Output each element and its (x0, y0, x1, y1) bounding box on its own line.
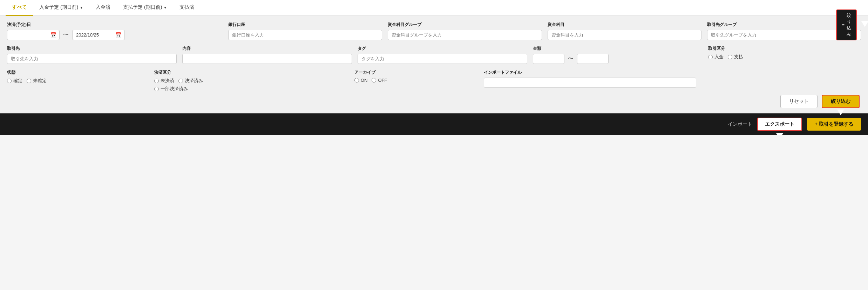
cursor-arrow-top (861, 21, 868, 27)
bank-account-group: 銀行口座 (228, 22, 382, 40)
settlement-type-group: 決済区分 未決済 決済済み 一部決済済み (154, 70, 349, 92)
date-range: 📅 〜 📅 (7, 30, 223, 40)
status-group: 状態 確定 未確定 (7, 70, 149, 84)
settlement-date-label: 決済(予定)日 (7, 22, 223, 28)
filter-icon: ≡ (842, 22, 845, 28)
settlement-type-row2: 一部決済済み (154, 86, 349, 92)
settlement-unsettled-label: 未決済 (161, 78, 174, 84)
filter-panel: 決済(予定)日 📅 〜 📅 銀行口座 資金科目グループ 資金科目 (0, 15, 868, 113)
export-button[interactable]: エクスポート (757, 118, 802, 131)
content-input[interactable] (182, 54, 352, 64)
content-label: 内容 (182, 46, 352, 52)
chevron-icon: ▼ (80, 6, 83, 9)
register-button[interactable]: + 取引を登録する (807, 118, 861, 131)
fund-category-group-input[interactable] (388, 30, 542, 40)
date-to-wrap: 📅 (72, 30, 125, 40)
tab-payment-scheduled[interactable]: 支払予定 (期日前)▼ (117, 0, 173, 16)
fund-category-group-label: 資金科目グループ (388, 22, 542, 28)
tag-group: タグ (358, 46, 527, 64)
trading-partner-group: 取引先 (7, 46, 177, 64)
transaction-type-radio-group: 入金 支払 (708, 54, 861, 60)
archive-radio-group: ON OFF (354, 78, 478, 83)
cursor-arrow-export (776, 133, 784, 135)
amount-tilde: 〜 (567, 55, 575, 62)
settlement-settled-label: 決済済み (185, 78, 203, 84)
transaction-type-payment-option[interactable]: 支払 (728, 54, 743, 60)
settlement-partial-radio[interactable] (154, 87, 159, 91)
date-from-input[interactable] (7, 30, 60, 40)
trading-partner-label: 取引先 (7, 46, 177, 52)
tab-bar: すべて 入金予定 (期日前)▼ 入金済 支払予定 (期日前)▼ 支払済 ≡ 絞り… (0, 0, 868, 15)
transaction-type-group: 取引区分 入金 支払 (708, 46, 861, 60)
fund-category-group: 資金科目 (548, 22, 701, 40)
archive-off-option[interactable]: OFF (372, 78, 387, 83)
tag-input[interactable] (358, 54, 527, 64)
filter-button[interactable]: 絞り込む (822, 95, 860, 108)
cursor-arrow-filter (837, 110, 844, 115)
import-file-group: インポートファイル (484, 70, 696, 88)
settlement-unsettled-option[interactable]: 未決済 (154, 78, 174, 84)
settlement-type-label: 決済区分 (154, 70, 349, 75)
amount-to-input[interactable] (577, 54, 609, 64)
settlement-partial-option[interactable]: 一部決済済み (154, 86, 188, 92)
bank-account-label: 銀行口座 (228, 22, 382, 28)
transaction-type-payment-radio[interactable] (728, 55, 732, 59)
bank-account-input[interactable] (228, 30, 382, 40)
filter-row-3: 状態 確定 未確定 決済区分 未決済 (7, 70, 861, 92)
export-button-wrap: エクスポート (757, 118, 802, 131)
fund-category-group-group: 資金科目グループ (388, 22, 542, 40)
trading-partner-input[interactable] (7, 54, 177, 64)
settlement-settled-option[interactable]: 決済済み (178, 78, 203, 84)
settlement-type-row1: 未決済 決済済み (154, 78, 349, 84)
status-confirmed-label: 確定 (13, 78, 22, 84)
fund-category-label: 資金科目 (548, 22, 701, 28)
reset-button[interactable]: リセット (780, 95, 818, 108)
amount-from-input[interactable] (533, 54, 564, 64)
content-group: 内容 (182, 46, 352, 64)
tilde-separator: 〜 (62, 31, 70, 39)
status-confirmed-option[interactable]: 確定 (7, 78, 22, 84)
settlement-settled-radio[interactable] (178, 79, 183, 83)
archive-on-option[interactable]: ON (354, 78, 368, 83)
filter-toggle-button[interactable]: ≡ 絞り込み (836, 9, 857, 40)
settlement-date-group: 決済(予定)日 📅 〜 📅 (7, 22, 223, 40)
transaction-type-deposit-radio[interactable] (708, 55, 713, 59)
settlement-type-options: 未決済 決済済み 一部決済済み (154, 78, 349, 92)
settlement-unsettled-radio[interactable] (154, 79, 159, 83)
status-radio-group: 確定 未確定 (7, 78, 149, 84)
transaction-type-deposit-option[interactable]: 入金 (708, 54, 724, 60)
status-unconfirmed-label: 未確定 (33, 78, 47, 84)
archive-group: アーカイブ ON OFF (354, 70, 478, 83)
tab-all[interactable]: すべて (6, 0, 33, 16)
archive-off-label: OFF (378, 78, 387, 83)
import-button[interactable]: インポート (728, 121, 752, 127)
archive-on-radio[interactable] (354, 78, 359, 83)
amount-group: 金額 〜 (533, 46, 703, 64)
date-from-wrap: 📅 (7, 30, 60, 40)
filter-row-1: 決済(予定)日 📅 〜 📅 銀行口座 資金科目グループ 資金科目 (7, 22, 861, 40)
filter-button-wrap: 絞り込む (822, 95, 860, 108)
transaction-type-deposit-label: 入金 (714, 54, 724, 60)
archive-off-radio[interactable] (372, 78, 376, 83)
action-bar: インポート エクスポート + 取引を登録する (0, 113, 868, 135)
amount-range: 〜 (533, 54, 703, 64)
filter-row-2: 取引先 内容 タグ 金額 〜 取引区分 入金 (7, 46, 861, 64)
tab-paid[interactable]: 支払済 (173, 0, 201, 16)
amount-label: 金額 (533, 46, 703, 52)
import-file-input[interactable] (484, 78, 696, 88)
status-label: 状態 (7, 70, 149, 75)
status-unconfirmed-radio[interactable] (27, 79, 31, 83)
date-to-input[interactable] (72, 30, 125, 40)
transaction-type-label: 取引区分 (708, 46, 861, 52)
settlement-partial-label: 一部決済済み (161, 86, 188, 92)
archive-label: アーカイブ (354, 70, 478, 75)
import-file-label: インポートファイル (484, 70, 696, 75)
status-confirmed-radio[interactable] (7, 79, 12, 83)
archive-on-label: ON (361, 78, 368, 83)
status-unconfirmed-option[interactable]: 未確定 (27, 78, 47, 84)
chevron-icon: ▼ (163, 6, 167, 9)
tab-deposit-scheduled[interactable]: 入金予定 (期日前)▼ (33, 0, 89, 16)
tab-deposited[interactable]: 入金済 (89, 0, 117, 16)
transaction-type-payment-label: 支払 (734, 54, 743, 60)
fund-category-input[interactable] (548, 30, 701, 40)
